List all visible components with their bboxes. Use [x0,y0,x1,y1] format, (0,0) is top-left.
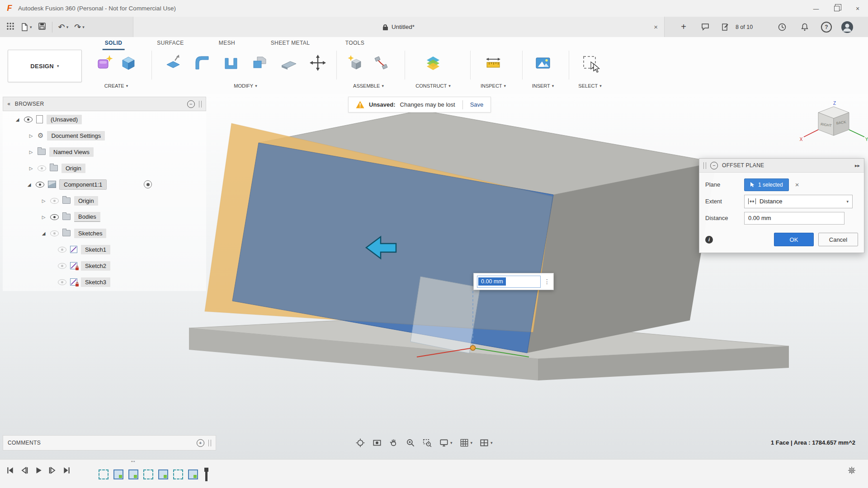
tree-row-component-origin[interactable]: ▷ Origin [3,192,206,209]
notification-bell-icon[interactable] [798,17,811,37]
new-component-icon[interactable] [345,52,366,73]
tree-row-document-settings[interactable]: ▷ ⚙ Document Settings [3,127,206,144]
create-box-icon[interactable] [118,52,138,73]
distance-input[interactable] [744,212,844,225]
dialog-collapse-icon[interactable]: − [710,162,718,169]
avatar[interactable] [840,17,854,37]
tree-row-document[interactable]: ◢ (Unsaved) [3,111,206,127]
info-icon[interactable]: i [705,236,713,244]
visibility-eye-icon[interactable] [24,117,33,122]
dialog-dock-icon[interactable]: ▸▸ [855,163,860,169]
offset-face-icon[interactable] [278,52,299,73]
create-form-icon[interactable] [94,52,115,73]
timeline-feature-suppressed[interactable] [99,469,108,479]
visibility-eye-icon[interactable] [50,198,59,204]
save-button[interactable] [38,22,46,32]
step-forward-button[interactable] [48,466,57,476]
workspace-selector[interactable]: DESIGN ▾ [8,50,82,82]
timeline-feature-sketch[interactable] [158,469,168,479]
panel-grip-handle[interactable] [199,101,202,108]
app-grid-icon[interactable] [6,22,14,32]
group-inspect[interactable]: INSPECT▾ [481,83,506,89]
collapsed-arrow-icon[interactable]: ▷ [28,133,34,138]
visibility-eye-icon[interactable] [58,247,66,253]
measure-icon[interactable] [483,52,504,73]
shell-icon[interactable] [221,52,241,73]
comment-icon[interactable] [699,17,712,37]
joint-icon[interactable] [371,52,392,73]
ok-button[interactable]: OK [774,233,814,246]
tree-row-sketch2[interactable]: Sketch2 [3,258,206,274]
plane-selection-button[interactable]: 1 selected [744,178,789,191]
collapsed-arrow-icon[interactable]: ▷ [28,150,34,155]
minimize-button[interactable]: — [806,0,826,17]
viewports-button[interactable]: ▾ [477,436,495,450]
expanded-arrow-icon[interactable]: ◢ [14,117,20,122]
pan-button[interactable] [387,436,401,450]
step-back-button[interactable] [20,466,28,476]
visibility-eye-icon[interactable] [36,182,44,188]
group-create[interactable]: CREATE▾ [104,83,128,89]
job-status-count[interactable]: 8 of 10 [732,17,756,37]
timeline-feature-suppressed[interactable] [143,469,153,479]
visibility-eye-icon[interactable] [50,214,59,220]
timeline-feature-sketch[interactable] [113,469,123,479]
document-tab[interactable]: Untitled* × [133,17,665,37]
collapse-panel-icon[interactable]: « [7,101,11,107]
tab-solid[interactable]: SOLID [103,37,125,50]
tab-close-button[interactable]: × [654,17,658,37]
move-icon[interactable] [307,52,328,73]
tab-mesh[interactable]: MESH [217,37,237,49]
collapsed-arrow-icon[interactable]: ▷ [41,215,47,220]
press-pull-icon[interactable] [163,52,184,73]
panel-display-toggle-icon[interactable]: − [187,100,195,108]
grid-snap-button[interactable]: ▾ [458,436,475,450]
timeline-position-marker[interactable] [205,468,208,481]
activate-component-radio[interactable] [144,180,152,188]
tab-surface[interactable]: SURFACE [155,37,186,49]
expanded-arrow-icon[interactable]: ◢ [41,231,47,236]
tree-row-sketches[interactable]: ◢ Sketches [3,225,206,241]
dialog-grip-handle[interactable] [703,162,706,169]
look-at-button[interactable] [370,436,384,450]
play-button[interactable] [34,466,42,476]
collapsed-arrow-icon[interactable]: ▷ [28,166,34,171]
collapsed-arrow-icon[interactable]: ▷ [41,198,47,203]
go-to-end-button[interactable] [62,466,71,476]
timeline-settings-gear-icon[interactable] [847,466,856,477]
tree-row-sketch1[interactable]: Sketch1 [3,241,206,258]
dialog-header[interactable]: − OFFSET PLANE ▸▸ [699,159,864,173]
combine-icon[interactable] [250,52,270,73]
tree-row-bodies[interactable]: ▷ Bodies [3,209,206,225]
group-select[interactable]: SELECT▾ [578,83,601,89]
viewcube[interactable]: RIGHT BACK Z X Y [797,100,868,151]
new-document-tab-button[interactable]: + [677,17,690,37]
clock-icon[interactable] [776,17,788,37]
distance-value-field[interactable]: 0.00 mm [477,276,541,288]
job-status-icon[interactable] [720,17,731,37]
cancel-button[interactable]: Cancel [818,233,858,246]
display-settings-button[interactable]: ▾ [437,436,454,450]
timeline-feature-sketch[interactable] [128,469,138,479]
timeline-feature-sketch[interactable] [188,469,198,479]
tab-tools[interactable]: TOOLS [343,37,367,49]
warning-save-button[interactable]: Save [470,101,484,108]
tree-row-named-views[interactable]: ▷ Named Views [3,144,206,160]
orbit-button[interactable] [354,436,367,450]
group-construct[interactable]: CONSTRUCT▾ [415,83,451,89]
add-comment-icon[interactable]: + [197,439,204,447]
visibility-eye-icon[interactable] [58,263,66,269]
insert-image-icon[interactable] [533,52,553,73]
file-menu-button[interactable]: ▾ [20,23,32,31]
group-insert[interactable]: INSERT▾ [532,83,554,89]
fillet-icon[interactable] [192,52,212,73]
help-icon[interactable]: ? [820,17,833,37]
restore-button[interactable] [826,0,847,17]
manipulator-origin-handle[interactable] [471,346,476,351]
tree-row-origin[interactable]: ▷ Origin [3,160,206,176]
zoom-button[interactable] [404,436,417,450]
group-modify[interactable]: MODIFY▾ [234,83,257,89]
visibility-eye-icon[interactable] [50,230,59,236]
kebab-menu-icon[interactable]: ⋮ [544,278,550,285]
fit-button[interactable] [420,436,434,450]
